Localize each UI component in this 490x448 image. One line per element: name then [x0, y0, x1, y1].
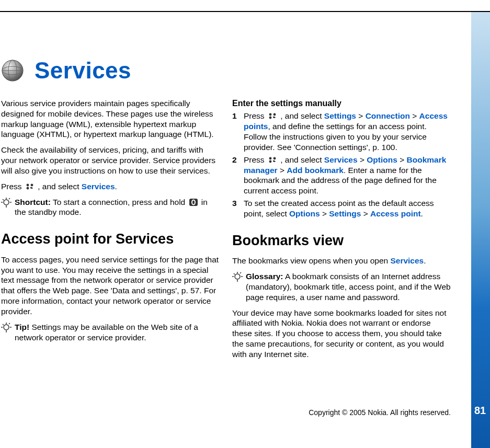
svg-point-25 — [269, 117, 272, 119]
text: > — [358, 155, 367, 164]
shortcut-label: Shortcut: — [15, 198, 51, 206]
page: Services 81 Se — [0, 0, 490, 448]
text: . — [421, 209, 423, 218]
step-2: 2 Press , and select Services > Options … — [232, 155, 451, 196]
intro-paragraph-1: Various service providers maintain pages… — [1, 98, 220, 140]
svg-point-27 — [274, 157, 276, 159]
svg-point-24 — [274, 113, 276, 116]
services-link: Services — [324, 155, 358, 164]
text: . — [424, 256, 426, 265]
menu-key-icon — [268, 156, 277, 163]
svg-line-13 — [9, 198, 10, 199]
text: Press — [1, 182, 24, 191]
text: Press — [244, 155, 267, 164]
shortcut-note: Shortcut: To start a connection, press a… — [1, 197, 220, 218]
heading-access-point: Access point for Services — [1, 230, 220, 248]
text: The bookmarks view opens when you open — [232, 256, 390, 265]
connection-link: Connection — [366, 111, 410, 120]
text: > — [320, 209, 329, 218]
zero-key-icon — [189, 198, 198, 206]
side-tab-label: Services — [488, 52, 490, 98]
step-number: 2 — [232, 155, 237, 165]
text: > — [410, 111, 419, 120]
options-link: Options — [367, 155, 397, 164]
globe-icon — [1, 59, 24, 82]
text: Settings may be available on the Web sit… — [15, 323, 198, 342]
svg-line-21 — [3, 324, 4, 325]
heading-manual-settings: Enter the settings manually — [232, 98, 451, 109]
text: , and select — [38, 182, 82, 191]
svg-point-23 — [269, 113, 272, 116]
tip-label: Tip! — [15, 323, 29, 331]
svg-line-12 — [3, 199, 4, 200]
manual-steps-list: 1 Press , and select Settings > Connecti… — [232, 111, 451, 219]
svg-point-6 — [27, 187, 29, 189]
text: Press — [244, 111, 267, 120]
text: , and select — [280, 155, 324, 164]
press-instruction: Press , and select Services. — [1, 181, 220, 192]
services-link: Services — [82, 182, 115, 191]
page-title: Services — [35, 58, 131, 84]
settings-link: Settings — [329, 209, 361, 218]
content: Services Various service providers maint… — [1, 58, 451, 386]
step-number: 3 — [232, 198, 237, 209]
text: > — [397, 155, 407, 164]
bookmarks-warning: Your device may have some bookmarks load… — [232, 308, 451, 360]
svg-point-5 — [31, 183, 33, 186]
svg-point-7 — [4, 200, 9, 205]
text: , and select — [280, 111, 324, 120]
settings-link: Settings — [324, 111, 356, 120]
services-link: Services — [390, 256, 424, 265]
svg-line-34 — [234, 273, 235, 274]
page-header: Services — [1, 58, 451, 84]
step-3: 3 To set the created access point as the… — [232, 198, 451, 219]
tip-bulb-icon — [232, 272, 243, 282]
svg-point-16 — [4, 325, 9, 330]
tip-bulb-icon — [1, 323, 12, 333]
top-rule — [0, 11, 490, 12]
bookmarks-open-line: The bookmarks view opens when you open S… — [232, 256, 451, 266]
svg-point-29 — [235, 274, 240, 279]
side-gradient — [471, 12, 490, 448]
svg-point-26 — [269, 157, 272, 159]
copyright-footer: Copyright © 2005 Nokia. All rights reser… — [0, 408, 451, 417]
menu-key-icon — [268, 112, 277, 119]
text: > — [278, 166, 287, 175]
step-number: 1 — [232, 111, 237, 121]
page-number: 81 — [473, 405, 487, 417]
tip-note: Tip! Settings may be available on the We… — [1, 322, 220, 343]
access-point-link: Access point — [370, 209, 420, 218]
tip-bulb-icon — [1, 198, 12, 208]
text: > — [356, 111, 366, 120]
access-paragraph: To access pages, you need service settin… — [1, 255, 220, 317]
heading-bookmarks-view: Bookmarks view — [232, 232, 451, 250]
text: To start a connection, press and hold — [51, 198, 188, 206]
add-bookmark-link: Add bookmark — [287, 166, 344, 175]
options-link: Options — [289, 209, 320, 218]
body-columns: Various service providers maintain pages… — [1, 98, 451, 386]
text: > — [361, 209, 370, 218]
menu-key-icon — [25, 182, 35, 190]
svg-line-35 — [240, 272, 241, 273]
text: , and define the settings for an access … — [244, 122, 427, 152]
glossary-label: Glossary: — [246, 272, 283, 281]
intro-paragraph-2: Check the availability of services, pric… — [1, 145, 220, 176]
svg-point-28 — [269, 160, 272, 163]
step-1: 1 Press , and select Settings > Connecti… — [232, 111, 451, 152]
text: . — [115, 182, 117, 191]
svg-line-22 — [9, 323, 10, 324]
svg-point-4 — [27, 183, 29, 186]
glossary-note: Glossary: A bookmark consists of an Inte… — [232, 271, 451, 302]
